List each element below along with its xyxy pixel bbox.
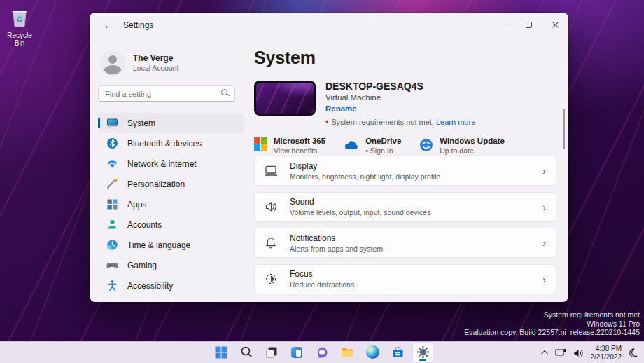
learn-more-link[interactable]: Learn more: [436, 118, 475, 126]
chevron-right-icon: ›: [542, 165, 546, 177]
focus-card[interactable]: Focus Reduce distractions ›: [254, 264, 556, 294]
sidebar-item-system[interactable]: System: [98, 113, 244, 133]
onedrive-tile[interactable]: OneDrive •Sign In: [344, 137, 401, 155]
tray-time: 4:38 PM: [591, 345, 622, 353]
file-explorer-button[interactable]: [337, 343, 357, 362]
device-block: DESKTOP-GESAQ4S Virtual Machine Rename •…: [254, 81, 556, 127]
minimize-icon: [498, 25, 505, 25]
edge-icon: [366, 345, 379, 359]
chat-icon: [315, 345, 329, 359]
store-button[interactable]: [388, 343, 407, 362]
display-icon: [264, 163, 279, 179]
focus-icon: [264, 271, 279, 287]
volume-tray-icon[interactable]: [573, 348, 584, 358]
tile-title: Microsoft 365: [274, 137, 326, 145]
tile-subtitle: View benefits: [274, 146, 326, 155]
chat-button[interactable]: [312, 343, 332, 362]
chevron-right-icon: ›: [542, 273, 546, 285]
edge-button[interactable]: [363, 343, 382, 362]
taskbar: 4:38 PM 2/21/2022: [0, 341, 644, 363]
search-taskbar-button[interactable]: [237, 343, 256, 362]
tile-subtitle: •Sign In: [365, 146, 401, 155]
gamepad-icon: [106, 259, 118, 271]
paintbrush-icon: [106, 178, 118, 190]
page-title: System: [254, 48, 556, 68]
svg-text:♻: ♻: [16, 15, 24, 25]
gear-icon: [416, 345, 430, 359]
task-view-button[interactable]: [262, 343, 281, 362]
card-title: Display: [290, 161, 542, 171]
avatar: [101, 50, 125, 74]
sidebar-item-gaming[interactable]: Gaming: [98, 255, 244, 275]
onedrive-cloud-icon: [344, 139, 359, 153]
tile-title: OneDrive: [365, 137, 401, 145]
tile-title: Windows Update: [440, 137, 505, 145]
desktop-wallpaper: ♻ Recycle Bin ← Settings The Verge Local…: [0, 0, 644, 363]
focus-moon-icon[interactable]: [629, 348, 638, 357]
recycle-bin-icon: ♻: [9, 7, 30, 28]
sidebar-item-bluetooth-devices[interactable]: Bluetooth & devices: [98, 133, 244, 153]
sidebar-item-label: Network & internet: [127, 159, 197, 169]
sidebar-item-personalization[interactable]: Personalization: [98, 174, 244, 194]
widgets-icon: [290, 345, 304, 359]
windows-logo-icon: [214, 345, 228, 359]
card-subtitle: Reduce distractions: [290, 280, 542, 289]
close-button[interactable]: [542, 13, 568, 36]
sidebar-item-accounts[interactable]: Accounts: [98, 214, 244, 235]
notifications-card[interactable]: Notifications Alerts from apps and syste…: [254, 228, 556, 258]
store-icon: [391, 345, 405, 359]
start-button[interactable]: [211, 343, 231, 362]
windows-update-tile[interactable]: Windows Update Up to date: [419, 137, 505, 155]
tray-date: 2/21/2022: [591, 353, 622, 362]
watermark-line: Evaluation copy. Build 22557.ni_release.…: [464, 328, 640, 337]
rename-link[interactable]: Rename: [326, 104, 357, 113]
sidebar-item-label: Accounts: [127, 220, 162, 230]
maximize-icon: [526, 22, 532, 28]
windows-update-icon: [419, 138, 433, 152]
search-icon: [240, 345, 253, 359]
card-title: Notifications: [290, 233, 542, 243]
device-type: Virtual Machine: [326, 93, 475, 102]
wifi-icon: [106, 158, 118, 170]
sound-icon: [264, 199, 279, 214]
warning-dot-icon: •: [326, 117, 328, 127]
back-button[interactable]: ←: [99, 17, 118, 34]
sound-card[interactable]: Sound Volume levels, output, input, soun…: [254, 192, 556, 222]
maximize-button[interactable]: [515, 13, 542, 36]
requirements-warning: •System requirements not met. Learn more: [326, 117, 475, 127]
tray-clock[interactable]: 4:38 PM 2/21/2022: [591, 345, 622, 361]
minimize-button[interactable]: [489, 13, 515, 36]
network-tray-icon[interactable]: [555, 348, 566, 358]
sidebar-item-label: Personalization: [127, 179, 185, 189]
device-name: DESKTOP-GESAQ4S: [326, 81, 475, 92]
chevron-right-icon: ›: [542, 237, 546, 249]
sign-in-dot-icon: •: [365, 146, 368, 155]
scrollbar[interactable]: [563, 109, 565, 149]
recycle-bin-shortcut[interactable]: ♻ Recycle Bin: [3, 7, 36, 47]
sidebar-item-accessibility[interactable]: Accessibility: [98, 275, 244, 296]
card-title: Sound: [290, 197, 542, 207]
sidebar-item-time-language[interactable]: Time & language: [98, 235, 244, 255]
window-title: Settings: [123, 20, 153, 30]
card-subtitle: Monitors, brightness, night light, displ…: [290, 172, 542, 181]
sidebar-item-label: Bluetooth & devices: [127, 139, 202, 149]
widgets-button[interactable]: [287, 343, 307, 362]
sidebar-item-network-internet[interactable]: Network & internet: [98, 153, 244, 174]
microsoft-logo-icon: [254, 137, 267, 151]
microsoft-365-tile[interactable]: Microsoft 365 View benefits: [254, 137, 326, 155]
folder-icon: [340, 345, 354, 359]
watermark-line: Windows 11 Pro: [464, 320, 640, 329]
display-card[interactable]: Display Monitors, brightness, night ligh…: [254, 156, 556, 186]
search-input[interactable]: [98, 85, 235, 102]
close-icon: [552, 21, 559, 29]
search-icon: [221, 89, 230, 97]
sidebar-item-apps[interactable]: Apps: [98, 194, 244, 214]
account-name: The Verge: [133, 53, 178, 63]
card-subtitle: Volume levels, output, input, sound devi…: [290, 208, 542, 217]
bluetooth-icon: [106, 137, 118, 149]
sidebar-item-label: Gaming: [127, 261, 157, 270]
device-thumbnail: [254, 81, 316, 116]
settings-taskbar-button[interactable]: [413, 343, 433, 362]
tray-chevron-up-icon[interactable]: [541, 350, 548, 357]
sidebar: The Verge Local Account System: [98, 46, 244, 296]
